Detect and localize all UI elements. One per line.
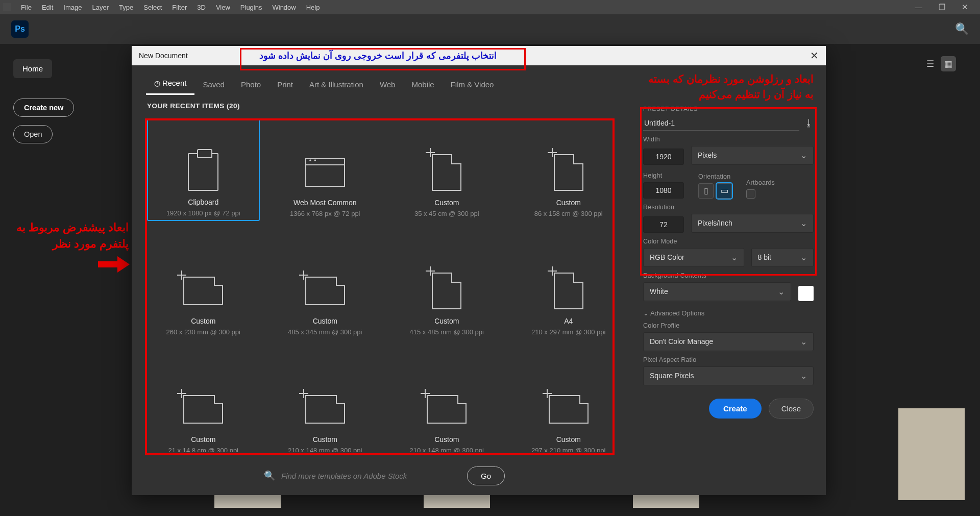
preset-name: Custom [434,199,459,207]
app-sys-icon [3,3,11,11]
preset-item[interactable]: Custom86 x 158 cm @ 300 ppi [512,119,625,221]
tab-mobile[interactable]: Mobile [403,75,442,95]
menu-plugins[interactable]: Plugins [236,2,267,13]
stock-search-row: 🔍 Find more templates on Adobe Stock Go [132,465,637,486]
close-button[interactable]: Close [769,399,814,419]
resolution-unit-select[interactable]: Pixels/Inch [691,214,814,233]
pixel-aspect-select[interactable]: Square Pixels [643,366,814,385]
advanced-toggle[interactable]: Advanced Options [643,309,814,317]
open-button[interactable]: Open [13,125,53,143]
category-tabs: Recent Saved Photo Print Art & Illustrat… [132,70,637,95]
menu-view[interactable]: View [211,2,235,13]
recent-file-thumb[interactable] [898,408,965,500]
menu-type[interactable]: Type [114,2,138,13]
window-controls: — ❐ ✕ [910,1,977,14]
window-minimize-icon[interactable]: — [910,1,927,14]
colormode-label: Color Mode [643,238,814,245]
menu-image[interactable]: Image [59,2,86,13]
create-new-button[interactable]: Create new [13,99,74,117]
tab-recent[interactable]: Recent [146,73,194,95]
menu-filter[interactable]: Filter [167,2,191,13]
preset-name: Custom [556,199,581,207]
resolution-input[interactable] [643,216,684,233]
preset-name: Custom [313,317,337,325]
home-tab[interactable]: Home [13,59,52,78]
save-preset-icon[interactable]: ⭳ [804,118,814,129]
landscape-icon [183,268,223,314]
preset-item[interactable]: Custom21 x 14.8 cm @ 300 ppi [147,356,260,452]
height-input[interactable] [643,182,684,199]
menu-select[interactable]: Select [139,2,166,13]
dialog-title: New Document [139,52,188,60]
search-icon: 🔍 [264,470,275,481]
menu-edit[interactable]: Edit [37,2,58,13]
preset-item[interactable]: Custom210 x 148 mm @ 300 ppi [390,356,503,452]
preset-name: Custom [556,435,581,444]
bitdepth-select[interactable]: 8 bit [751,248,814,267]
document-name-input[interactable] [643,116,799,131]
tab-print[interactable]: Print [269,75,301,95]
clipboard-icon [183,149,223,195]
profile-label: Color Profile [643,322,814,329]
photoshop-logo-icon: Ps [11,20,29,38]
preset-item[interactable]: Custom297 x 210 mm @ 300 ppi [512,356,625,452]
tab-saved[interactable]: Saved [194,75,233,95]
menu-3d[interactable]: 3D [192,2,210,13]
preset-item[interactable]: Custom260 x 230 mm @ 300 ppi [147,237,260,339]
colormode-select[interactable]: RGB Color [643,248,744,267]
new-document-dialog: New Document انتخاب پلتفرمی که قرار است … [132,46,826,495]
window-maximize-icon[interactable]: ❐ [934,1,950,14]
preset-details-pane: ابعاد و رزلوشن مورد نظرمان که بسته به نی… [637,65,826,495]
search-icon[interactable]: 🔍 [955,22,969,36]
preset-dims: 297 x 210 mm @ 300 ppi [531,447,605,452]
bg-select[interactable]: White [643,282,791,301]
preset-dims: 260 x 230 mm @ 300 ppi [166,328,240,336]
preset-item[interactable]: Custom35 x 45 cm @ 300 ppi [390,119,503,221]
preset-grid: Clipboard1920 x 1080 px @ 72 ppiWeb Most… [147,119,625,452]
list-view-icon[interactable]: ☰ [922,56,938,71]
go-button[interactable]: Go [467,466,505,485]
preset-item[interactable]: Custom485 x 345 mm @ 300 ppi [269,237,382,339]
menubar: File Edit Image Layer Type Select Filter… [0,0,980,14]
preset-item[interactable]: Clipboard1920 x 1080 px @ 72 ppi [147,119,260,221]
artboards-checkbox[interactable] [746,189,755,199]
recent-presets-area: YOUR RECENT ITEMS (20) Clipboard1920 x 1… [132,95,637,452]
preset-item[interactable]: A4210 x 297 mm @ 300 ppi [512,237,625,339]
portrait-icon [549,150,589,195]
landscape-icon [549,386,589,432]
tab-film[interactable]: Film & Video [443,75,502,95]
preset-dims: 485 x 345 mm @ 300 ppi [288,328,362,336]
stock-search-input[interactable]: 🔍 Find more templates on Adobe Stock [264,465,458,486]
height-label: Height [643,172,684,179]
preset-dims: 1366 x 768 px @ 72 ppi [290,210,360,217]
menu-help[interactable]: Help [302,2,325,13]
tab-art[interactable]: Art & Illustration [301,75,372,95]
width-label: Width [643,136,814,143]
window-close-icon[interactable]: ✕ [957,1,973,14]
dialog-close-icon[interactable]: ✕ [810,50,819,62]
preset-name: Custom [434,317,459,325]
preset-item[interactable]: Web Most Common1366 x 768 px @ 72 ppi [269,119,382,221]
preset-name: Web Most Common [293,199,356,207]
menu-layer[interactable]: Layer [88,2,114,13]
preset-item[interactable]: Custom210 x 148 mm @ 300 ppi [269,356,382,452]
create-button[interactable]: Create [709,399,762,419]
preset-name: Custom [191,435,215,444]
preset-name: A4 [564,317,573,325]
orientation-portrait-icon[interactable]: ▯ [698,183,714,199]
tab-web[interactable]: Web [372,75,404,95]
preset-details-header: PRESET DETAILS [643,106,814,112]
orientation-landscape-icon[interactable]: ▭ [717,183,732,199]
color-profile-select[interactable]: Don't Color Manage [643,332,814,351]
bg-swatch[interactable] [798,286,814,301]
bg-label: Background Contents [643,272,814,279]
preset-item[interactable]: Custom415 x 485 mm @ 300 ppi [390,237,503,339]
landscape-icon [427,386,467,432]
menu-file[interactable]: File [16,2,36,13]
grid-view-icon[interactable]: ▦ [941,56,956,71]
menu-window[interactable]: Window [267,2,300,13]
width-input[interactable] [643,149,684,165]
tab-photo[interactable]: Photo [233,75,269,95]
width-unit-select[interactable]: Pixels [691,146,814,165]
orientation-label: Orientation [698,173,732,180]
